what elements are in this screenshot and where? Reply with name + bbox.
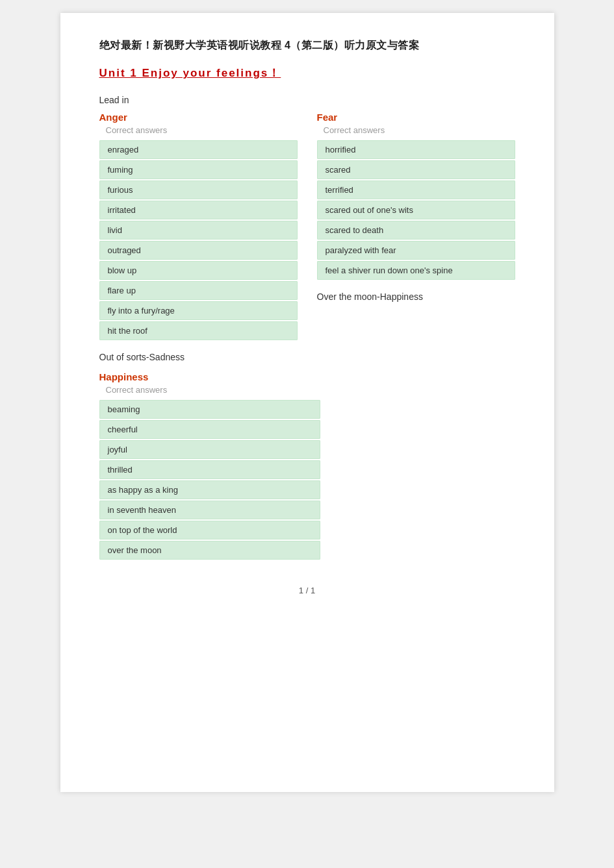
list-item: terrified bbox=[317, 180, 515, 199]
list-item: scared out of one's wits bbox=[317, 201, 515, 219]
page: 绝对最新！新视野大学英语视听说教程 4（第二版）听力原文与答案 Unit 1 E… bbox=[60, 13, 554, 792]
list-item: horrified bbox=[317, 140, 515, 159]
list-item: fly into a fury/rage bbox=[99, 301, 298, 320]
fear-heading: Fear bbox=[317, 112, 515, 123]
list-item: fuming bbox=[99, 160, 298, 179]
anger-correct-label: Correct answers bbox=[99, 125, 298, 135]
list-item: irritated bbox=[99, 201, 298, 219]
anger-heading: Anger bbox=[99, 112, 298, 123]
list-item: blow up bbox=[99, 261, 298, 280]
happiness-section: Happiness Correct answers beaming cheerf… bbox=[99, 371, 515, 560]
list-item: paralyzed with fear bbox=[317, 241, 515, 260]
list-item: as happy as a king bbox=[99, 480, 320, 499]
anger-answer-list: enraged fuming furious irritated livid o… bbox=[99, 140, 298, 340]
out-of-sorts-label: Out of sorts-Sadness bbox=[99, 352, 515, 362]
lead-in-label: Lead in bbox=[99, 95, 515, 105]
happiness-correct-label: Correct answers bbox=[99, 385, 515, 395]
unit-title: Unit 1 Enjoy your feelings！ bbox=[99, 66, 515, 81]
happiness-heading: Happiness bbox=[99, 371, 515, 382]
list-item: livid bbox=[99, 221, 298, 240]
list-item: in seventh heaven bbox=[99, 501, 320, 519]
happiness-answer-list: beaming cheerful joyful thrilled as happ… bbox=[99, 400, 320, 560]
list-item: on top of the world bbox=[99, 521, 320, 539]
list-item: beaming bbox=[99, 400, 320, 419]
list-item: joyful bbox=[99, 440, 320, 459]
fear-correct-label: Correct answers bbox=[317, 125, 515, 135]
anger-fear-section: Anger Correct answers enraged fuming fur… bbox=[99, 112, 515, 340]
list-item: over the moon bbox=[99, 541, 320, 560]
fear-answer-list: horrified scared terrified scared out of… bbox=[317, 140, 515, 280]
list-item: outraged bbox=[99, 241, 298, 260]
fear-column: Fear Correct answers horrified scared te… bbox=[317, 112, 515, 311]
list-item: thrilled bbox=[99, 460, 320, 479]
list-item: scared to death bbox=[317, 221, 515, 240]
list-item: feel a shiver run down one's spine bbox=[317, 261, 515, 280]
list-item: flare up bbox=[99, 281, 298, 300]
over-the-moon-label: Over the moon-Happiness bbox=[317, 291, 515, 302]
list-item: cheerful bbox=[99, 420, 320, 439]
anger-column: Anger Correct answers enraged fuming fur… bbox=[99, 112, 298, 340]
list-item: hit the roof bbox=[99, 321, 298, 340]
page-title: 绝对最新！新视野大学英语视听说教程 4（第二版）听力原文与答案 bbox=[99, 39, 515, 53]
list-item: furious bbox=[99, 180, 298, 199]
list-item: scared bbox=[317, 160, 515, 179]
page-footer: 1 / 1 bbox=[99, 586, 515, 595]
list-item: enraged bbox=[99, 140, 298, 159]
